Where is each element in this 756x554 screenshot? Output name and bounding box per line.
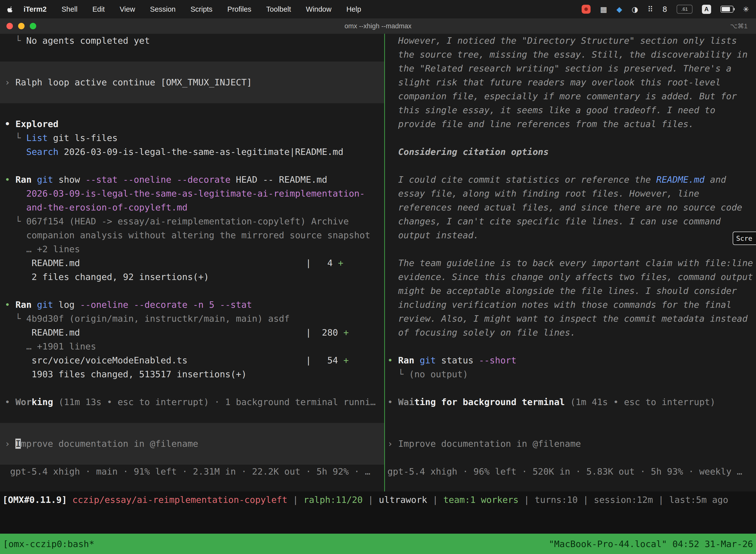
- left-terminal-pane[interactable]: └ No agents completed yet › Ralph loop a…: [0, 34, 384, 491]
- dots-grid-icon[interactable]: ⠿: [648, 5, 653, 14]
- window-titlebar[interactable]: omx --xhigh --madmax ⌥⌘1: [0, 18, 756, 34]
- terminal-line: might be acceptable alongside the file l…: [387, 284, 756, 298]
- terminal-line: references need actual files, and since …: [387, 201, 756, 214]
- terminal-line: › Ralph loop active continue [OMX_TMUX_I…: [5, 75, 384, 89]
- tmux-host-time: "MacBook-Pro-44.local" 04:52 31-Mar-26: [549, 539, 753, 549]
- menu-item-toolbelt[interactable]: Toolbelt: [259, 5, 298, 13]
- menu-item-help[interactable]: Help: [339, 5, 369, 13]
- terminal-line: [5, 409, 384, 423]
- terminal-line: I could cite commit statistics or refere…: [387, 173, 756, 187]
- menu-item-profiles[interactable]: Profiles: [220, 5, 259, 13]
- terminal-line: [387, 340, 756, 353]
- right-terminal-pane[interactable]: However, I noticed the "Directory Struct…: [385, 34, 756, 491]
- close-button[interactable]: [6, 23, 13, 29]
- terminal-line: evidence. Since this change only affects…: [387, 270, 756, 284]
- terminal-line: [5, 62, 384, 75]
- menu-item-window[interactable]: Window: [298, 5, 339, 13]
- terminal-line: └ (no output): [387, 367, 756, 381]
- terminal-line: review. Also, I might want to inspect th…: [387, 312, 756, 326]
- terminal-line: companion file, especially if more comme…: [387, 89, 756, 103]
- terminal-line: [387, 423, 756, 437]
- menu-item-session[interactable]: Session: [143, 5, 183, 13]
- input-source-icon[interactable]: A: [702, 5, 711, 14]
- meter-badge[interactable]: .61: [677, 5, 693, 14]
- menu-item-edit[interactable]: Edit: [85, 5, 112, 13]
- terminal-line: • Ran git show --stat --oneline --decora…: [5, 173, 384, 187]
- zoom-button[interactable]: [30, 23, 36, 29]
- terminal-line: and-the-erosion-of-copyleft.md: [5, 201, 384, 214]
- blue-app-icon[interactable]: ◆: [617, 5, 622, 14]
- terminal-line: src/voice/voiceModeEnabled.ts | 54 +: [5, 353, 384, 367]
- terminal-line: [5, 103, 384, 117]
- apple-menu-icon[interactable]: [7, 6, 14, 13]
- menu-item-view[interactable]: View: [112, 5, 142, 13]
- terminal-line: [387, 242, 756, 256]
- terminal-line: The team guideline is to back every impo…: [387, 256, 756, 270]
- window-shortcut-badge: ⌥⌘1: [730, 18, 748, 34]
- terminal-line: README.md | 280 +: [5, 326, 384, 340]
- battery-icon[interactable]: [720, 6, 734, 13]
- terminal-line: README.md | 4 +: [5, 256, 384, 270]
- left-pane-lines: └ No agents completed yet › Ralph loop a…: [0, 34, 384, 479]
- menu-item-scripts[interactable]: Scripts: [183, 5, 220, 13]
- terminal-line: └ No agents completed yet: [5, 34, 384, 48]
- menu-item-iterm2[interactable]: iTerm2: [18, 5, 54, 13]
- terminal-line: including verification notes with those …: [387, 298, 756, 312]
- terminal-line: companion analysis without altering the …: [5, 228, 384, 242]
- terminal-line: [387, 159, 756, 173]
- terminal-line: However, I noticed the "Directory Struct…: [387, 34, 756, 48]
- terminal-line: gpt-5.4 xhigh · 96% left · 520K in · 5.8…: [387, 465, 756, 479]
- terminal-line: • Ran git status --short: [387, 353, 756, 367]
- terminal-line: └ List git ls-files: [5, 131, 384, 145]
- terminal-line: [5, 89, 384, 103]
- macos-menu-bar: iTerm2 Shell Edit View Session Scripts P…: [0, 0, 756, 18]
- key-8-icon[interactable]: 8: [663, 5, 667, 14]
- terminal-line: the source tree, missing the essay. Stil…: [387, 48, 756, 62]
- terminal-line: • Explored: [5, 117, 384, 131]
- terminal-line: • Waiting for background terminal (1m 41…: [387, 395, 756, 409]
- terminal-line: gpt-5.4 xhigh · main · 91% left · 2.31M …: [5, 465, 384, 479]
- terminal-line: └ 4b9d30f (origin/main, instructkr/main,…: [5, 312, 384, 326]
- contrast-icon[interactable]: ◑: [632, 5, 638, 14]
- terminal-area: └ No agents completed yet › Ralph loop a…: [0, 34, 756, 554]
- tmux-session-info: [omx-cczip0:bash*: [3, 539, 94, 549]
- terminal-line: 2 files changed, 92 insertions(+): [5, 270, 384, 284]
- window-title: omx --xhigh --madmax: [0, 18, 756, 34]
- terminal-line: [387, 381, 756, 395]
- terminal-line: [5, 284, 384, 298]
- menubar-status-icons: ▦ ◆ ◑ ⠿ 8 .61 A ✳: [582, 5, 749, 14]
- terminal-line: [387, 409, 756, 423]
- menu-item-shell[interactable]: Shell: [54, 5, 85, 13]
- terminal-line: 1903 files changed, 513517 insertions(+): [5, 367, 384, 381]
- terminal-line: • Working (11m 13s • esc to interrupt) ·…: [5, 395, 384, 409]
- right-pane-lines: However, I noticed the "Directory Struct…: [385, 34, 756, 479]
- terminal-line: [OMX#0.11.9] cczip/essay/ai-reimplementa…: [2, 493, 756, 507]
- terminal-line: [5, 381, 384, 395]
- omx-status-line: [OMX#0.11.9] cczip/essay/ai-reimplementa…: [0, 493, 756, 507]
- terminal-line: 2026-03-09-is-legal-the-same-as-legitima…: [5, 187, 384, 201]
- fan-icon[interactable]: ✳: [743, 5, 749, 14]
- terminal-line: … +1901 lines: [5, 340, 384, 353]
- terminal-line: changes, I can't cite specific file line…: [387, 214, 756, 228]
- terminal-line: essay file, along with finding root file…: [387, 187, 756, 201]
- terminal-line: provide file and line references from th…: [387, 117, 756, 131]
- terminal-line: • Ran git log --oneline --decorate -n 5 …: [5, 298, 384, 312]
- terminal-line: [5, 423, 384, 437]
- terminal-line: › Improve documentation in @filename: [387, 437, 756, 451]
- terminal-line: the "Related research writing" section i…: [387, 62, 756, 75]
- terminal-line: … +2 lines: [5, 242, 384, 256]
- grid-icon[interactable]: ▦: [600, 5, 607, 14]
- terminal-line: Search 2026-03-09-is-legal-the-same-as-l…: [5, 145, 384, 159]
- terminal-line: [5, 451, 384, 465]
- terminal-line: › Improve documentation in @filename: [5, 437, 384, 451]
- terminal-line: [5, 159, 384, 173]
- screen-recording-indicator-icon[interactable]: [582, 5, 590, 14]
- scre-tooltip[interactable]: Scre: [733, 232, 756, 245]
- terminal-line: └ 067f154 (HEAD -> essay/ai-reimplementa…: [5, 214, 384, 228]
- minimize-button[interactable]: [18, 23, 24, 29]
- terminal-line: Considering citation options: [387, 145, 756, 159]
- terminal-line: [5, 48, 384, 62]
- traffic-lights: [6, 18, 36, 34]
- terminal-line: [387, 131, 756, 145]
- tmux-status-bar: [omx-cczip0:bash* "MacBook-Pro-44.local"…: [0, 534, 756, 554]
